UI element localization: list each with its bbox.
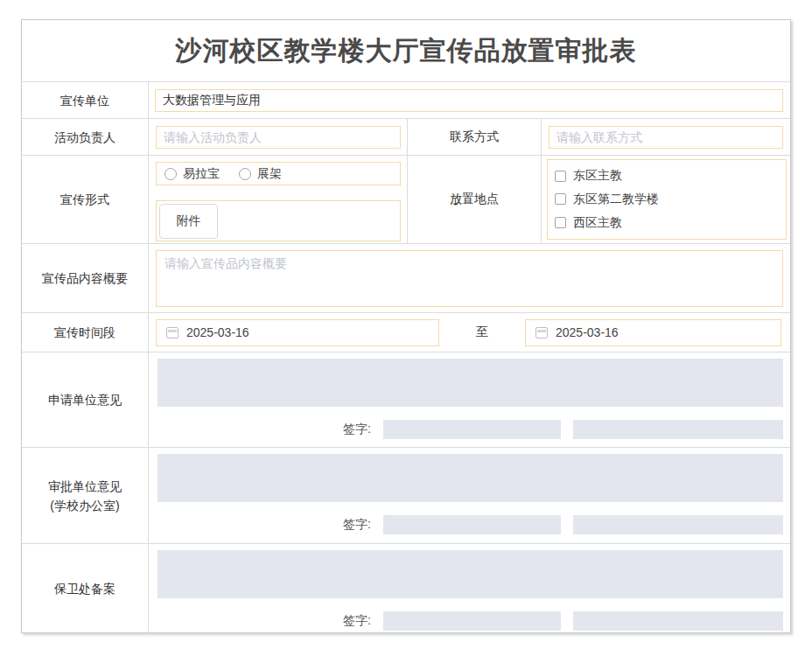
sign-date-box xyxy=(573,515,783,534)
attachment-area: 附件 xyxy=(156,200,401,241)
calendar-icon xyxy=(536,327,548,338)
title-row: 沙河校区教学楼大厅宣传品放置审批表 xyxy=(22,20,790,81)
start-date-picker[interactable]: 2025-03-16 xyxy=(156,319,439,346)
checkbox-label: 东区主教 xyxy=(573,168,622,184)
row-security-record: 保卫处备案 签字: xyxy=(22,543,790,632)
approve-opinion-label: 审批单位意见 (学校办公室) xyxy=(22,448,149,543)
security-record-label: 保卫处备案 xyxy=(22,544,149,632)
radio-icon[interactable] xyxy=(239,168,251,180)
approve-opinion-label-line2: (学校办公室) xyxy=(50,496,119,515)
checkbox-option-east-main[interactable]: 东区主教 xyxy=(555,168,779,184)
checkbox-label: 东区第二教学楼 xyxy=(573,192,659,207)
row-promo-unit: 宣传单位 xyxy=(22,81,790,118)
end-date-picker[interactable]: 2025-03-16 xyxy=(525,319,781,346)
end-date-value: 2025-03-16 xyxy=(556,325,619,339)
approval-form-card: 沙河校区教学楼大厅宣传品放置审批表 宣传单位 活动负责人 联系方式 宣传形式 易… xyxy=(21,19,791,633)
form-type-radio-group: 易拉宝 展架 xyxy=(156,162,401,185)
checkbox-icon[interactable] xyxy=(555,171,566,182)
form-type-label: 宣传形式 xyxy=(22,156,149,243)
row-approve-opinion: 审批单位意见 (学校办公室) 签字: xyxy=(22,447,790,543)
contact-label: 联系方式 xyxy=(407,119,542,155)
summary-label: 宣传品内容概要 xyxy=(22,244,149,312)
sign-label: 签字: xyxy=(343,517,371,533)
checkbox-label: 西区主教 xyxy=(573,215,622,231)
promo-unit-input[interactable] xyxy=(155,89,783,112)
row-summary: 宣传品内容概要 xyxy=(22,243,790,312)
row-apply-opinion: 申请单位意见 签字: xyxy=(22,352,790,447)
period-label: 宣传时间段 xyxy=(22,313,149,352)
leader-input[interactable] xyxy=(156,126,401,149)
radio-label: 展架 xyxy=(257,166,282,182)
radio-label: 易拉宝 xyxy=(183,166,220,182)
period-to-label: 至 xyxy=(439,324,525,340)
radio-icon[interactable] xyxy=(164,168,177,180)
row-formtype-location: 宣传形式 易拉宝 展架 附件 放置地点 东区主教 xyxy=(22,155,790,243)
security-record-box xyxy=(158,550,783,598)
sign-name-box xyxy=(383,611,561,631)
calendar-icon xyxy=(166,327,178,338)
radio-option-roll-up-banner[interactable]: 易拉宝 xyxy=(164,166,220,182)
location-checkbox-group: 东区主教 东区第二教学楼 西区主教 xyxy=(547,159,787,240)
row-period: 宣传时间段 2025-03-16 至 2025-03-16 xyxy=(22,312,790,352)
sign-label: 签字: xyxy=(343,613,371,629)
sign-name-box xyxy=(383,515,561,534)
sign-date-box xyxy=(573,611,783,631)
checkbox-option-west-main[interactable]: 西区主教 xyxy=(555,215,779,231)
apply-opinion-label: 申请单位意见 xyxy=(22,352,149,447)
approve-opinion-label-line1: 审批单位意见 xyxy=(48,477,122,496)
approve-opinion-box xyxy=(158,454,783,502)
form-title: 沙河校区教学楼大厅宣传品放置审批表 xyxy=(176,33,637,69)
attachment-button[interactable]: 附件 xyxy=(159,204,218,239)
sign-date-box xyxy=(573,420,783,439)
checkbox-option-east-second[interactable]: 东区第二教学楼 xyxy=(555,192,779,207)
leader-label: 活动负责人 xyxy=(22,119,149,155)
contact-input[interactable] xyxy=(549,126,783,149)
checkbox-icon[interactable] xyxy=(555,193,566,205)
location-label: 放置地点 xyxy=(407,156,542,243)
promo-unit-label: 宣传单位 xyxy=(22,82,149,118)
sign-name-box xyxy=(383,420,561,439)
start-date-value: 2025-03-16 xyxy=(186,325,249,339)
row-leader-contact: 活动负责人 联系方式 xyxy=(22,118,790,155)
radio-option-display-stand[interactable]: 展架 xyxy=(239,166,282,182)
apply-opinion-box xyxy=(158,359,783,407)
sign-label: 签字: xyxy=(343,422,371,437)
checkbox-icon[interactable] xyxy=(555,217,566,228)
summary-textarea[interactable] xyxy=(156,250,783,307)
